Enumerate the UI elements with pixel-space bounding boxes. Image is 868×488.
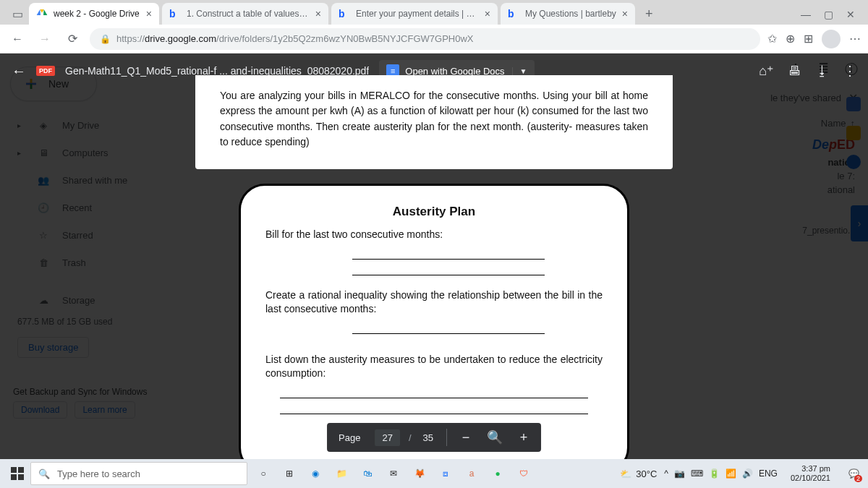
mail-icon[interactable]: ✉	[383, 463, 404, 484]
svg-rect-7	[18, 474, 24, 480]
favorite-icon[interactable]: ✩	[767, 32, 777, 46]
wifi-icon[interactable]: 📶	[726, 468, 736, 479]
svg-marker-3	[37, 9, 41, 15]
spotify-icon[interactable]: ●	[488, 463, 508, 484]
explorer-icon[interactable]: 📁	[331, 463, 352, 484]
card-prompt-3: List down the austerity measures to be u…	[265, 353, 603, 381]
app-icon[interactable]: a	[461, 463, 482, 484]
pdf-page: You are analyzing your bills in MERALCO …	[195, 75, 673, 459]
url-text: https://drive.google.com/drive/folders/1…	[116, 33, 473, 44]
divider	[446, 429, 447, 446]
refresh-button[interactable]: ⟳	[62, 29, 82, 49]
dropbox-icon[interactable]: ⧈	[435, 463, 456, 484]
meet-now-icon[interactable]: 📷	[674, 468, 685, 479]
page-number-input[interactable]: 27	[375, 429, 399, 446]
language-indicator[interactable]: ENG	[759, 468, 778, 479]
card-title: Austerity Plan	[265, 205, 603, 219]
svg-rect-4	[11, 467, 17, 473]
chevron-up-icon[interactable]: ^	[664, 468, 668, 479]
menu-icon[interactable]: ⋯	[849, 32, 861, 46]
browser-titlebar: ▭ week 2 - Google Drive × b 1. Construct…	[0, 0, 868, 25]
page-label: Page	[331, 432, 367, 443]
weather-widget[interactable]: ⛅ 30°C	[620, 468, 657, 479]
toolbar-right: ✩ ⊕ ⊞ ⋯	[767, 30, 861, 48]
taskbar-pinned: ○ ⊞ ◉ 📁 🛍 ✉ 🦊 ⧈ a ● 🛡	[253, 463, 534, 484]
firefox-icon[interactable]: 🦊	[409, 463, 430, 484]
forward-button[interactable]: →	[35, 29, 55, 49]
back-arrow-icon[interactable]: ←	[12, 63, 26, 80]
bartleby-favicon: b	[169, 8, 181, 20]
bartleby-favicon: b	[339, 8, 350, 20]
blank-line	[280, 385, 588, 398]
page-total: 35	[416, 432, 441, 443]
address-bar[interactable]: 🔒 https://drive.google.com/drive/folders…	[90, 28, 760, 50]
print-icon[interactable]: 🖶	[788, 64, 801, 79]
keyboard-icon[interactable]: ⌨	[691, 468, 703, 479]
browser-tab[interactable]: b 1. Construct a table of values of … ×	[162, 3, 328, 25]
svg-rect-5	[18, 467, 24, 473]
weather-icon: ⛅	[620, 468, 631, 479]
new-tab-button[interactable]: +	[638, 7, 660, 25]
svg-rect-6	[11, 474, 17, 480]
window-controls: — ▢ ✕	[793, 9, 862, 25]
close-icon[interactable]: ×	[622, 8, 628, 20]
bartleby-favicon: b	[508, 8, 519, 20]
tab-title: 1. Construct a table of values of …	[187, 9, 310, 19]
page-sep: /	[407, 432, 413, 443]
tab-actions-icon[interactable]: ▭	[6, 3, 29, 25]
close-icon[interactable]: ×	[485, 8, 490, 20]
tab-title: week 2 - Google Drive	[54, 9, 140, 19]
blank-line	[352, 262, 545, 275]
more-icon[interactable]: ⋮	[843, 63, 856, 79]
profile-avatar[interactable]	[822, 30, 841, 48]
zoom-in-button[interactable]: +	[511, 424, 537, 450]
collections-icon[interactable]: ⊕	[786, 32, 795, 46]
edge-icon[interactable]: ◉	[305, 463, 326, 484]
svg-marker-1	[40, 9, 43, 13]
pdf-actions: ⌂⁺ 🖶 ⭳ ⋮	[759, 63, 856, 79]
pdf-body: You are analyzing your bills in MERALCO …	[0, 88, 868, 459]
weather-temp: 30°C	[636, 468, 657, 479]
windows-taskbar: 🔍 Type here to search ○ ⊞ ◉ 📁 🛍 ✉ 🦊 ⧈ a …	[0, 459, 868, 488]
close-icon[interactable]: ×	[146, 8, 152, 20]
system-tray: ^ 📷 ⌨ 🔋 📶 🔊 ENG	[664, 468, 778, 479]
notification-badge: 2	[854, 475, 862, 482]
problem-text: You are analyzing your bills in MERALCO …	[220, 90, 648, 147]
tab-title: Enter your payment details | bart…	[356, 9, 479, 19]
card-prompt-2: Create a rational inequality showing the…	[265, 288, 603, 317]
browser-tab[interactable]: week 2 - Google Drive ×	[29, 3, 159, 25]
tab-title: My Questions | bartleby	[525, 9, 616, 19]
taskbar-search[interactable]: 🔍 Type here to search	[30, 462, 247, 485]
taskbar-clock[interactable]: 3:37 pm 02/10/2021	[785, 464, 836, 483]
minimize-icon[interactable]: —	[801, 9, 811, 20]
cortana-icon[interactable]: ○	[253, 463, 273, 484]
download-icon[interactable]: ⭳	[816, 64, 829, 79]
close-icon[interactable]: ×	[315, 8, 321, 20]
blank-line	[280, 401, 588, 414]
blank-line	[352, 247, 545, 260]
add-to-drive-icon[interactable]: ⌂⁺	[759, 63, 774, 79]
notifications-button[interactable]: 💬 2	[843, 463, 864, 484]
zoom-out-button[interactable]: −	[453, 424, 479, 450]
maximize-icon[interactable]: ▢	[824, 9, 833, 20]
caret-down-icon[interactable]: ▼	[512, 67, 527, 75]
zoom-reset-button[interactable]: 🔍	[482, 424, 508, 450]
pdf-viewer-overlay: ← PDF Gen-Math11_Q1_Mod5_rational-f ... …	[0, 53, 868, 459]
pdf-page-controls: Page 27 / 35 − 🔍 +	[327, 423, 541, 452]
browser-tab[interactable]: b My Questions | bartleby ×	[501, 3, 635, 25]
browser-toolbar: ← → ⟳ 🔒 https://drive.google.com/drive/f…	[0, 25, 868, 53]
task-view-icon[interactable]: ⊞	[279, 463, 299, 484]
extensions-icon[interactable]: ⊞	[804, 32, 813, 46]
clock-date: 02/10/2021	[791, 474, 830, 483]
drive-favicon	[36, 8, 48, 20]
start-button[interactable]	[4, 461, 30, 487]
pdf-badge: PDF	[36, 66, 55, 76]
close-window-icon[interactable]: ✕	[846, 9, 855, 20]
browser-tab[interactable]: b Enter your payment details | bart… ×	[331, 3, 498, 25]
back-button[interactable]: ←	[7, 29, 27, 49]
battery-icon[interactable]: 🔋	[709, 468, 720, 479]
store-icon[interactable]: 🛍	[357, 463, 378, 484]
sound-icon[interactable]: 🔊	[742, 468, 753, 479]
problem-text-block: You are analyzing your bills in MERALCO …	[195, 75, 673, 169]
brave-icon[interactable]: 🛡	[514, 463, 534, 484]
